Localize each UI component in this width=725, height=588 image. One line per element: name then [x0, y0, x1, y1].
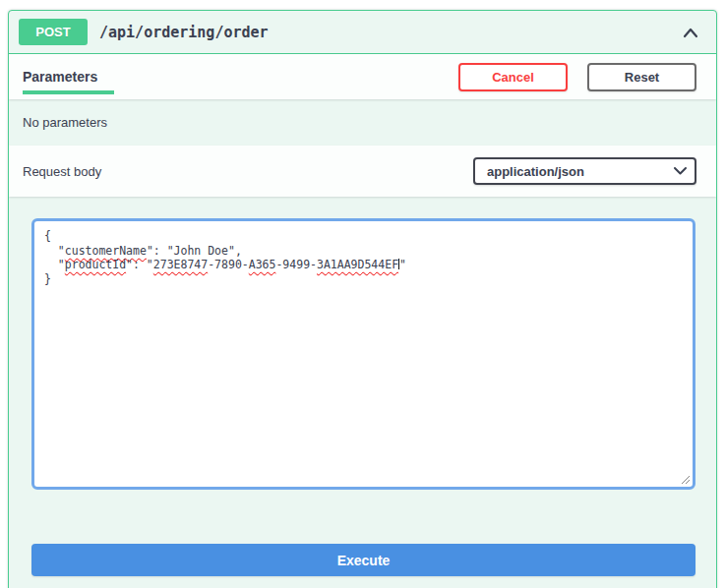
- collapse-button[interactable]: [679, 22, 702, 43]
- method-badge: POST: [19, 19, 88, 45]
- content-type-select[interactable]: application/json: [473, 157, 696, 185]
- cancel-button[interactable]: Cancel: [458, 63, 568, 91]
- operation-panel: POST /api/ordering/order Parameters Canc…: [8, 10, 717, 588]
- no-parameters-message: No parameters: [23, 115, 107, 130]
- execute-button[interactable]: Execute: [31, 544, 695, 576]
- request-body-section: { "customerName": "John Doe", "productId…: [9, 197, 716, 490]
- try-out-buttons: Cancel Reset: [458, 63, 696, 91]
- reset-button[interactable]: Reset: [587, 63, 696, 91]
- request-body-label: Request body: [23, 164, 101, 179]
- tab-active-indicator: [23, 90, 114, 94]
- resize-handle[interactable]: [680, 474, 691, 485]
- request-body-header-row: Request body application/json: [9, 146, 716, 197]
- content-type-select-wrap: application/json: [473, 157, 696, 185]
- request-body-editor[interactable]: { "customerName": "John Doe", "productId…: [31, 218, 695, 490]
- chevron-up-icon: [683, 26, 698, 39]
- execute-section: Execute: [9, 490, 716, 576]
- resize-handle-icon: [680, 474, 691, 485]
- operation-summary[interactable]: POST /api/ordering/order: [9, 11, 716, 54]
- endpoint-path: /api/ordering/order: [99, 24, 269, 41]
- no-parameters-section: No parameters: [9, 99, 716, 146]
- request-body-code: { "customerName": "John Doe", "productId…: [44, 229, 683, 286]
- parameters-header-row: Parameters Cancel Reset: [9, 54, 716, 99]
- tab-parameters[interactable]: Parameters: [23, 69, 97, 85]
